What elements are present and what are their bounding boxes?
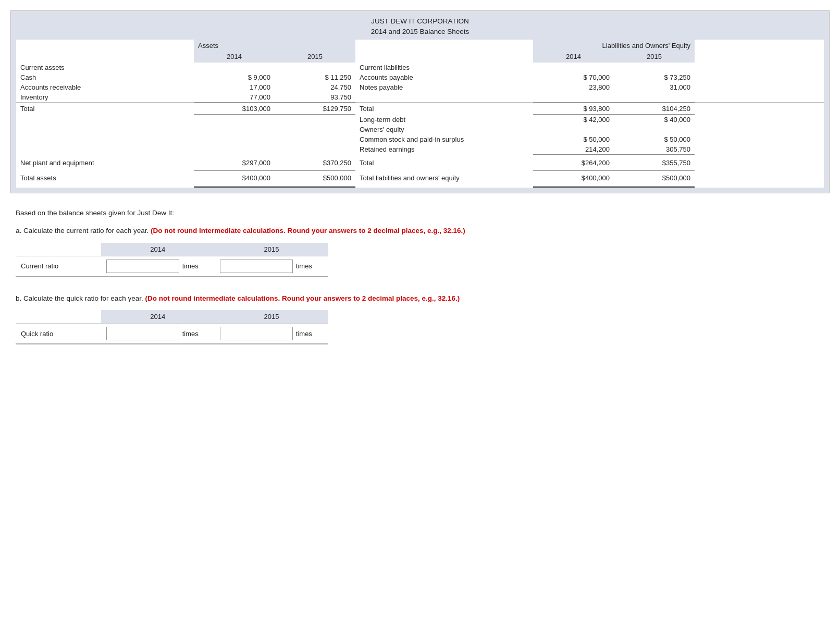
- current-ratio-label: Current ratio: [16, 256, 101, 277]
- ar-label: Accounts receivable: [16, 82, 194, 92]
- assets-year-2014: 2014: [194, 52, 275, 63]
- total-ca-2014: $103,000: [194, 102, 275, 115]
- current-ratio-year-2015: 2015: [215, 243, 328, 256]
- total-oe-2015: $355,750: [614, 155, 695, 171]
- current-ratio-2014-cell: times: [106, 260, 209, 273]
- question-b-label: b. Calculate the quick ratio for each ye…: [16, 293, 824, 304]
- total-oe-label: Total: [355, 155, 533, 171]
- total-oe-2014: $264,200: [533, 155, 614, 171]
- ar-2014: 17,000: [194, 82, 275, 92]
- npe-2015: $370,250: [275, 155, 355, 171]
- total-ca-label: Total: [16, 102, 194, 115]
- assets-header: Assets: [194, 40, 355, 52]
- ap-2014: $ 70,000: [533, 72, 614, 82]
- total-assets-label: Total assets: [16, 171, 194, 187]
- questions-section: Based on the balance sheets given for Ju…: [10, 209, 830, 344]
- cash-label: Cash: [16, 72, 194, 82]
- current-ratio-2015-input[interactable]: [220, 260, 293, 273]
- question-b-letter: b.: [16, 294, 21, 302]
- question-b-block: b. Calculate the quick ratio for each ye…: [16, 293, 824, 345]
- balance-sheet-container: JUST DEW IT CORPORATION 2014 and 2015 Ba…: [10, 10, 830, 193]
- quick-ratio-2015-cell: times: [220, 327, 323, 340]
- total-assets-2014: $400,000: [194, 171, 275, 187]
- quick-ratio-2014-times: times: [182, 330, 199, 338]
- question-a-label: a. Calculate the current ratio for each …: [16, 225, 824, 237]
- quick-ratio-table: 2014 2015 Quick ratio times: [16, 310, 328, 344]
- question-a-block: a. Calculate the current ratio for each …: [16, 225, 824, 277]
- current-ratio-2014-input[interactable]: [106, 260, 179, 273]
- total-ca-2015: $129,750: [275, 102, 355, 115]
- np-label: Notes payable: [355, 82, 533, 92]
- current-assets-label: Current assets: [16, 63, 194, 72]
- intro-text: Based on the balance sheets given for Ju…: [16, 209, 824, 217]
- np-2014: 23,800: [533, 82, 614, 92]
- cash-2014: $ 9,000: [194, 72, 275, 82]
- total-cl-2014: $ 93,800: [533, 102, 614, 115]
- current-ratio-2015-cell: times: [220, 260, 323, 273]
- quick-ratio-2014-input[interactable]: [106, 327, 179, 340]
- ltd-2014: $ 42,000: [533, 115, 614, 125]
- question-a-instruction: (Do not round intermediate calculations.…: [151, 227, 465, 235]
- npe-label: Net plant and equipment: [16, 155, 194, 171]
- total-liab-label: Total liabilities and owners' equity: [355, 171, 533, 187]
- inventory-label: Inventory: [16, 92, 194, 103]
- total-liab-2014: $400,000: [533, 171, 614, 187]
- ltd-2015: $ 40,000: [614, 115, 695, 125]
- cs-label: Common stock and paid-in surplus: [355, 134, 533, 144]
- question-a-text: Calculate the current ratio for each yea…: [23, 227, 149, 235]
- question-a-letter: a.: [16, 227, 21, 235]
- quick-ratio-label: Quick ratio: [16, 324, 101, 344]
- inventory-2015: 93,750: [275, 92, 355, 103]
- ap-2015: $ 73,250: [614, 72, 695, 82]
- current-liab-label: Current liabilities: [355, 63, 533, 72]
- ltd-label: Long-term debt: [355, 115, 533, 125]
- quick-ratio-year-2014: 2014: [101, 310, 215, 324]
- liab-year-2015: 2015: [614, 52, 695, 63]
- quick-ratio-year-2015: 2015: [215, 310, 328, 324]
- total-assets-2015: $500,000: [275, 171, 355, 187]
- total-cl-label: Total: [355, 102, 533, 115]
- current-ratio-2014-times: times: [182, 262, 199, 270]
- liab-year-2014: 2014: [533, 52, 614, 63]
- liabilities-header: Liabilities and Owners' Equity: [533, 40, 695, 52]
- question-b-instruction: (Do not round intermediate calculations.…: [145, 294, 460, 302]
- cs-2015: $ 50,000: [614, 134, 695, 144]
- total-cl-2015: $104,250: [614, 102, 695, 115]
- quick-ratio-2014-cell: times: [106, 327, 209, 340]
- cash-2015: $ 11,250: [275, 72, 355, 82]
- company-name: JUST DEW IT CORPORATION: [16, 16, 824, 27]
- total-liab-2015: $500,000: [614, 171, 695, 187]
- ar-2015: 24,750: [275, 82, 355, 92]
- assets-year-2015: 2015: [275, 52, 355, 63]
- re-2014: 214,200: [533, 144, 614, 155]
- npe-2014: $297,000: [194, 155, 275, 171]
- re-label: Retained earnings: [355, 144, 533, 155]
- ap-label: Accounts payable: [355, 72, 533, 82]
- oe-label: Owners' equity: [355, 125, 533, 134]
- current-ratio-table: 2014 2015 Current ratio times: [16, 243, 328, 277]
- np-2015: 31,000: [614, 82, 695, 92]
- current-ratio-year-2014: 2014: [101, 243, 215, 256]
- balance-sheet-table: Assets Liabilities and Owners' Equity 20…: [16, 40, 824, 188]
- re-2015: 305,750: [614, 144, 695, 155]
- company-title: JUST DEW IT CORPORATION 2014 and 2015 Ba…: [16, 16, 824, 38]
- quick-ratio-2015-times: times: [296, 330, 312, 338]
- question-b-text: Calculate the quick ratio for each year.: [23, 294, 143, 302]
- company-subtitle: 2014 and 2015 Balance Sheets: [16, 27, 824, 37]
- cs-2014: $ 50,000: [533, 134, 614, 144]
- inventory-2014: 77,000: [194, 92, 275, 103]
- quick-ratio-2015-input[interactable]: [220, 327, 293, 340]
- current-ratio-2015-times: times: [296, 262, 312, 270]
